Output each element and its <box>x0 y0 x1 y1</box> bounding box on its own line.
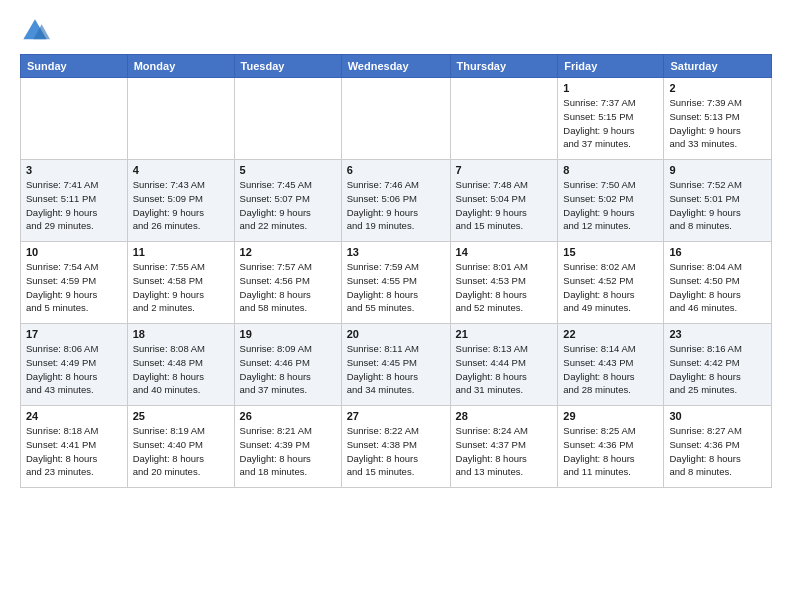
day-info: Sunrise: 8:21 AMSunset: 4:39 PMDaylight:… <box>240 424 336 479</box>
day-info: Sunrise: 7:39 AMSunset: 5:13 PMDaylight:… <box>669 96 766 151</box>
calendar-row: 10Sunrise: 7:54 AMSunset: 4:59 PMDayligh… <box>21 242 772 324</box>
day-info: Sunrise: 7:50 AMSunset: 5:02 PMDaylight:… <box>563 178 658 233</box>
day-info: Sunrise: 8:22 AMSunset: 4:38 PMDaylight:… <box>347 424 445 479</box>
calendar-cell: 8Sunrise: 7:50 AMSunset: 5:02 PMDaylight… <box>558 160 664 242</box>
day-number: 9 <box>669 164 766 176</box>
day-info: Sunrise: 8:14 AMSunset: 4:43 PMDaylight:… <box>563 342 658 397</box>
calendar-cell: 17Sunrise: 8:06 AMSunset: 4:49 PMDayligh… <box>21 324 128 406</box>
calendar-cell: 18Sunrise: 8:08 AMSunset: 4:48 PMDayligh… <box>127 324 234 406</box>
calendar-cell: 15Sunrise: 8:02 AMSunset: 4:52 PMDayligh… <box>558 242 664 324</box>
day-info: Sunrise: 8:18 AMSunset: 4:41 PMDaylight:… <box>26 424 122 479</box>
day-number: 28 <box>456 410 553 422</box>
calendar-cell: 22Sunrise: 8:14 AMSunset: 4:43 PMDayligh… <box>558 324 664 406</box>
day-number: 20 <box>347 328 445 340</box>
day-number: 5 <box>240 164 336 176</box>
calendar-cell: 7Sunrise: 7:48 AMSunset: 5:04 PMDaylight… <box>450 160 558 242</box>
calendar-cell <box>234 78 341 160</box>
weekday-header: Saturday <box>664 55 772 78</box>
day-number: 17 <box>26 328 122 340</box>
day-number: 11 <box>133 246 229 258</box>
calendar-cell: 23Sunrise: 8:16 AMSunset: 4:42 PMDayligh… <box>664 324 772 406</box>
day-info: Sunrise: 8:24 AMSunset: 4:37 PMDaylight:… <box>456 424 553 479</box>
calendar-row: 24Sunrise: 8:18 AMSunset: 4:41 PMDayligh… <box>21 406 772 488</box>
day-info: Sunrise: 7:54 AMSunset: 4:59 PMDaylight:… <box>26 260 122 315</box>
calendar-row: 17Sunrise: 8:06 AMSunset: 4:49 PMDayligh… <box>21 324 772 406</box>
day-number: 18 <box>133 328 229 340</box>
calendar-cell: 30Sunrise: 8:27 AMSunset: 4:36 PMDayligh… <box>664 406 772 488</box>
day-number: 7 <box>456 164 553 176</box>
day-info: Sunrise: 8:19 AMSunset: 4:40 PMDaylight:… <box>133 424 229 479</box>
calendar-cell: 20Sunrise: 8:11 AMSunset: 4:45 PMDayligh… <box>341 324 450 406</box>
day-info: Sunrise: 8:27 AMSunset: 4:36 PMDaylight:… <box>669 424 766 479</box>
day-number: 3 <box>26 164 122 176</box>
day-number: 12 <box>240 246 336 258</box>
calendar-cell: 6Sunrise: 7:46 AMSunset: 5:06 PMDaylight… <box>341 160 450 242</box>
day-number: 29 <box>563 410 658 422</box>
calendar-cell: 28Sunrise: 8:24 AMSunset: 4:37 PMDayligh… <box>450 406 558 488</box>
calendar-row: 3Sunrise: 7:41 AMSunset: 5:11 PMDaylight… <box>21 160 772 242</box>
calendar-cell: 3Sunrise: 7:41 AMSunset: 5:11 PMDaylight… <box>21 160 128 242</box>
day-number: 23 <box>669 328 766 340</box>
calendar-cell <box>21 78 128 160</box>
calendar-cell: 14Sunrise: 8:01 AMSunset: 4:53 PMDayligh… <box>450 242 558 324</box>
day-number: 19 <box>240 328 336 340</box>
calendar-cell: 4Sunrise: 7:43 AMSunset: 5:09 PMDaylight… <box>127 160 234 242</box>
day-number: 26 <box>240 410 336 422</box>
day-info: Sunrise: 8:09 AMSunset: 4:46 PMDaylight:… <box>240 342 336 397</box>
logo-icon <box>20 16 50 46</box>
day-info: Sunrise: 7:43 AMSunset: 5:09 PMDaylight:… <box>133 178 229 233</box>
day-number: 25 <box>133 410 229 422</box>
day-number: 15 <box>563 246 658 258</box>
day-number: 22 <box>563 328 658 340</box>
day-info: Sunrise: 7:52 AMSunset: 5:01 PMDaylight:… <box>669 178 766 233</box>
weekday-header: Thursday <box>450 55 558 78</box>
day-info: Sunrise: 7:37 AMSunset: 5:15 PMDaylight:… <box>563 96 658 151</box>
day-number: 1 <box>563 82 658 94</box>
calendar-cell: 19Sunrise: 8:09 AMSunset: 4:46 PMDayligh… <box>234 324 341 406</box>
calendar: SundayMondayTuesdayWednesdayThursdayFrid… <box>20 54 772 488</box>
day-info: Sunrise: 8:16 AMSunset: 4:42 PMDaylight:… <box>669 342 766 397</box>
day-number: 6 <box>347 164 445 176</box>
day-number: 21 <box>456 328 553 340</box>
day-info: Sunrise: 7:45 AMSunset: 5:07 PMDaylight:… <box>240 178 336 233</box>
calendar-cell <box>341 78 450 160</box>
logo <box>20 16 54 46</box>
day-number: 4 <box>133 164 229 176</box>
header <box>20 16 772 46</box>
day-number: 30 <box>669 410 766 422</box>
calendar-cell: 24Sunrise: 8:18 AMSunset: 4:41 PMDayligh… <box>21 406 128 488</box>
calendar-cell: 11Sunrise: 7:55 AMSunset: 4:58 PMDayligh… <box>127 242 234 324</box>
calendar-row: 1Sunrise: 7:37 AMSunset: 5:15 PMDaylight… <box>21 78 772 160</box>
day-number: 2 <box>669 82 766 94</box>
calendar-cell: 2Sunrise: 7:39 AMSunset: 5:13 PMDaylight… <box>664 78 772 160</box>
day-info: Sunrise: 7:57 AMSunset: 4:56 PMDaylight:… <box>240 260 336 315</box>
day-info: Sunrise: 8:06 AMSunset: 4:49 PMDaylight:… <box>26 342 122 397</box>
calendar-cell: 16Sunrise: 8:04 AMSunset: 4:50 PMDayligh… <box>664 242 772 324</box>
day-number: 14 <box>456 246 553 258</box>
weekday-header: Monday <box>127 55 234 78</box>
day-info: Sunrise: 7:41 AMSunset: 5:11 PMDaylight:… <box>26 178 122 233</box>
calendar-cell: 12Sunrise: 7:57 AMSunset: 4:56 PMDayligh… <box>234 242 341 324</box>
weekday-header: Friday <box>558 55 664 78</box>
calendar-cell: 27Sunrise: 8:22 AMSunset: 4:38 PMDayligh… <box>341 406 450 488</box>
calendar-cell <box>450 78 558 160</box>
calendar-cell: 21Sunrise: 8:13 AMSunset: 4:44 PMDayligh… <box>450 324 558 406</box>
day-number: 13 <box>347 246 445 258</box>
day-info: Sunrise: 8:11 AMSunset: 4:45 PMDaylight:… <box>347 342 445 397</box>
header-row: SundayMondayTuesdayWednesdayThursdayFrid… <box>21 55 772 78</box>
day-number: 24 <box>26 410 122 422</box>
day-info: Sunrise: 8:02 AMSunset: 4:52 PMDaylight:… <box>563 260 658 315</box>
day-info: Sunrise: 8:01 AMSunset: 4:53 PMDaylight:… <box>456 260 553 315</box>
calendar-cell: 10Sunrise: 7:54 AMSunset: 4:59 PMDayligh… <box>21 242 128 324</box>
weekday-header: Sunday <box>21 55 128 78</box>
calendar-cell: 13Sunrise: 7:59 AMSunset: 4:55 PMDayligh… <box>341 242 450 324</box>
day-info: Sunrise: 8:25 AMSunset: 4:36 PMDaylight:… <box>563 424 658 479</box>
calendar-cell: 25Sunrise: 8:19 AMSunset: 4:40 PMDayligh… <box>127 406 234 488</box>
day-info: Sunrise: 7:59 AMSunset: 4:55 PMDaylight:… <box>347 260 445 315</box>
day-info: Sunrise: 8:08 AMSunset: 4:48 PMDaylight:… <box>133 342 229 397</box>
day-info: Sunrise: 8:13 AMSunset: 4:44 PMDaylight:… <box>456 342 553 397</box>
day-info: Sunrise: 8:04 AMSunset: 4:50 PMDaylight:… <box>669 260 766 315</box>
weekday-header: Tuesday <box>234 55 341 78</box>
calendar-cell: 26Sunrise: 8:21 AMSunset: 4:39 PMDayligh… <box>234 406 341 488</box>
day-info: Sunrise: 7:48 AMSunset: 5:04 PMDaylight:… <box>456 178 553 233</box>
